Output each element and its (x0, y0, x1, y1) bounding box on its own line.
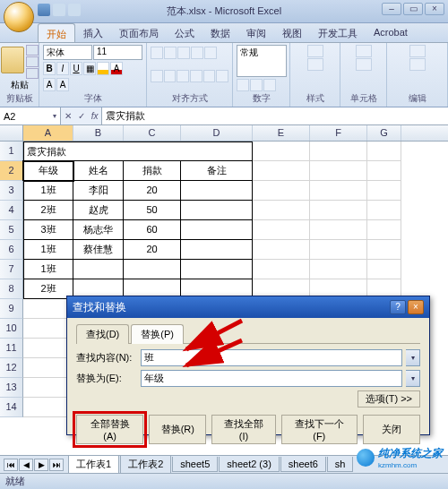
confirm-edit-icon[interactable]: ✓ (78, 111, 85, 121)
cell[interactable]: 20 (124, 240, 181, 260)
cell[interactable] (181, 220, 253, 240)
align-center-icon[interactable] (164, 70, 177, 82)
underline-button[interactable]: U (70, 62, 82, 75)
cell[interactable]: 震灾捐款 (23, 142, 73, 161)
minimize-button[interactable]: – (382, 3, 401, 15)
cell[interactable] (310, 260, 367, 279)
align-right-icon[interactable] (177, 70, 189, 82)
cell[interactable]: 3班 (23, 220, 73, 240)
cell[interactable]: 姓名 (73, 161, 124, 181)
cell[interactable] (253, 181, 310, 201)
tab-page-layout[interactable]: 页面布局 (111, 23, 167, 42)
cell[interactable] (367, 142, 401, 161)
align-middle-icon[interactable] (164, 47, 177, 59)
cell[interactable] (73, 260, 124, 279)
row-header[interactable]: 3 (0, 181, 23, 201)
row-header[interactable]: 9 (0, 299, 23, 319)
paste-button[interactable] (1, 47, 24, 73)
cell[interactable] (310, 240, 367, 260)
cell[interactable] (124, 260, 181, 279)
fill-color-button[interactable] (97, 62, 109, 75)
close-button[interactable]: × (425, 3, 444, 15)
cell[interactable] (181, 142, 253, 161)
merge-cells-icon[interactable] (216, 70, 228, 82)
row-header[interactable]: 11 (0, 339, 23, 358)
sheet-nav-last-icon[interactable]: ⏭ (49, 459, 64, 471)
formula-input[interactable]: 震灾捐款 (102, 107, 448, 124)
cell[interactable]: 捐款 (124, 161, 181, 181)
qat-save-icon[interactable] (38, 4, 50, 16)
col-header[interactable]: D (181, 125, 253, 141)
tab-insert[interactable]: 插入 (75, 23, 111, 42)
sheet-tab[interactable]: sheet2 (3) (219, 457, 280, 472)
cell[interactable] (310, 161, 367, 181)
cell[interactable] (310, 142, 367, 161)
replace-button[interactable]: 替换(R) (149, 415, 206, 444)
insert-cells-icon[interactable] (356, 45, 372, 57)
dialog-close-button[interactable]: × (408, 300, 424, 314)
format-painter-icon[interactable] (26, 68, 39, 79)
tab-view[interactable]: 视图 (274, 23, 310, 42)
font-color-button[interactable]: A (110, 62, 123, 75)
cell[interactable] (73, 142, 124, 161)
percent-icon[interactable] (250, 79, 263, 91)
copy-icon[interactable] (26, 56, 39, 67)
col-header[interactable]: B (73, 125, 124, 141)
col-header[interactable]: G (367, 125, 401, 141)
cell[interactable] (181, 201, 253, 220)
cell[interactable] (253, 142, 310, 161)
row-header[interactable]: 8 (0, 279, 23, 299)
tab-home[interactable]: 开始 (38, 23, 75, 42)
cell[interactable] (124, 142, 181, 161)
cell[interactable]: 50 (124, 201, 181, 220)
cell[interactable] (181, 181, 253, 201)
col-header[interactable]: F (310, 125, 367, 141)
office-button[interactable] (4, 2, 34, 32)
cell[interactable] (253, 240, 310, 260)
cell[interactable] (310, 220, 367, 240)
decrease-indent-icon[interactable] (190, 70, 202, 82)
cell[interactable]: 20 (124, 181, 181, 201)
find-all-button[interactable]: 查找全部(I) (211, 415, 275, 444)
cell[interactable] (367, 161, 401, 181)
replace-dropdown-icon[interactable]: ▾ (406, 370, 420, 387)
cell[interactable]: 60 (124, 220, 181, 240)
cell[interactable]: 1班 (23, 181, 73, 201)
cancel-edit-icon[interactable]: ✕ (65, 111, 72, 121)
sheet-tab[interactable]: sheet6 (280, 457, 326, 472)
italic-button[interactable]: I (56, 62, 69, 75)
currency-icon[interactable] (237, 79, 249, 91)
align-bottom-icon[interactable] (177, 47, 190, 59)
orientation-icon[interactable] (191, 47, 203, 59)
replace-input[interactable] (141, 370, 402, 387)
cell[interactable] (310, 181, 367, 201)
align-left-icon[interactable] (151, 70, 163, 82)
tab-data[interactable]: 数据 (202, 23, 238, 42)
row-header[interactable]: 13 (0, 378, 23, 398)
font-size-select[interactable]: 11 (93, 45, 142, 60)
sheet-tab[interactable]: 工作表1 (68, 456, 119, 474)
fx-icon[interactable]: fx (91, 111, 99, 121)
cell[interactable] (367, 201, 401, 220)
increase-indent-icon[interactable] (203, 70, 216, 82)
cell[interactable] (310, 201, 367, 220)
cell[interactable]: 1班 (23, 240, 73, 260)
dialog-help-button[interactable]: ? (390, 300, 406, 314)
cell[interactable] (367, 260, 401, 279)
replace-all-button[interactable]: 全部替换(A) (76, 415, 143, 444)
cell[interactable]: 蔡佳慧 (73, 240, 124, 260)
find-dropdown-icon[interactable]: ▾ (406, 349, 420, 366)
cell[interactable]: 2班 (23, 201, 73, 220)
row-header[interactable]: 4 (0, 201, 23, 220)
cell[interactable] (367, 181, 401, 201)
bold-button[interactable]: B (43, 62, 56, 75)
sheet-tab[interactable]: sheet5 (172, 457, 218, 472)
sheet-nav-prev-icon[interactable]: ◀ (19, 459, 33, 471)
comma-icon[interactable] (263, 79, 276, 91)
sheet-tab[interactable]: 工作表2 (120, 456, 171, 474)
cell[interactable]: 杨志华 (73, 220, 124, 240)
tab-developer[interactable]: 开发工具 (310, 23, 366, 42)
cell[interactable] (253, 201, 310, 220)
qat-undo-icon[interactable] (53, 4, 65, 16)
format-cells-icon[interactable] (356, 58, 372, 71)
